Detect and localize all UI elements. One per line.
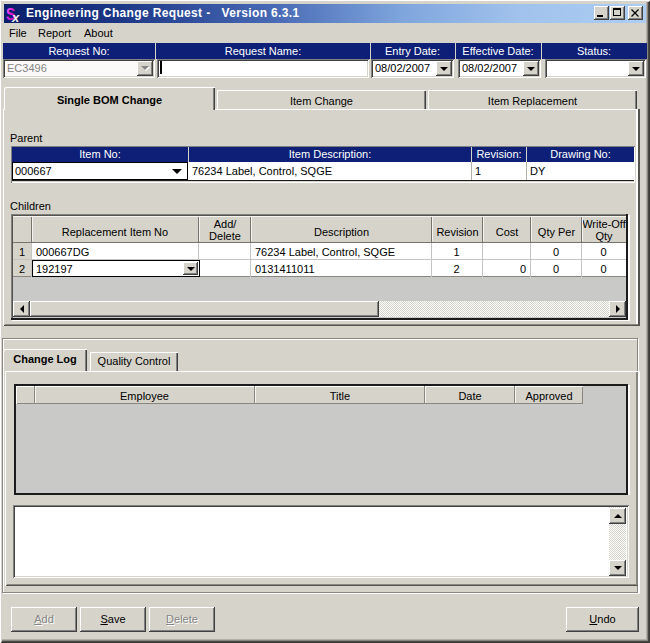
svg-text:x: x [11,10,20,22]
